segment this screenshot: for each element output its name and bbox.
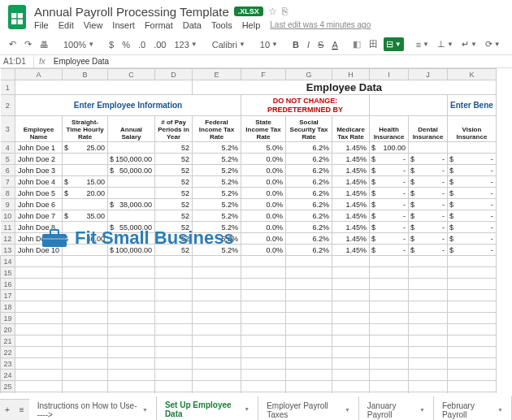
data-cell[interactable]: 15.00: [63, 176, 108, 188]
decimal-inc-button[interactable]: .00: [151, 38, 168, 51]
column-header[interactable]: Annual Salary: [108, 116, 155, 142]
data-cell[interactable]: 6.2%: [286, 199, 332, 210]
empty-cell[interactable]: [448, 279, 497, 290]
doc-title[interactable]: Annual Payroll Processing Template: [34, 5, 229, 19]
column-header[interactable]: Medicare Tax Rate: [332, 116, 370, 142]
data-cell[interactable]: [370, 188, 409, 199]
row-header[interactable]: 15: [1, 267, 15, 279]
col-header-D[interactable]: D: [155, 69, 193, 80]
spreadsheet-grid[interactable]: ABCDEFGHIJK1Employee Data2Enter Employee…: [0, 68, 512, 393]
col-header-H[interactable]: H: [332, 69, 370, 80]
data-cell[interactable]: 5.2%: [193, 154, 241, 165]
col-header-E[interactable]: E: [193, 69, 241, 80]
data-cell[interactable]: 52: [155, 210, 193, 222]
empty-cell[interactable]: [241, 392, 286, 394]
row-header[interactable]: 7: [1, 176, 15, 188]
data-cell[interactable]: [448, 165, 497, 176]
empty-cell[interactable]: [332, 256, 370, 267]
empty-cell[interactable]: [409, 313, 448, 324]
empty-cell[interactable]: [409, 358, 448, 370]
column-header[interactable]: State Income Tax Rate: [241, 116, 286, 142]
data-cell[interactable]: [63, 154, 108, 165]
empty-cell[interactable]: [409, 267, 448, 279]
data-cell[interactable]: [370, 233, 409, 245]
data-cell[interactable]: 6.2%: [286, 245, 332, 256]
data-cell[interactable]: [409, 222, 448, 233]
zoom-select[interactable]: 100%▼: [61, 38, 97, 51]
data-cell[interactable]: [108, 176, 155, 188]
decimal-dec-button[interactable]: .0: [136, 38, 148, 51]
data-cell[interactable]: [409, 210, 448, 222]
data-cell[interactable]: John Doe 4: [15, 176, 63, 188]
data-cell[interactable]: 1.45%: [332, 142, 370, 154]
data-cell[interactable]: John Doe 10: [15, 245, 63, 256]
empty-cell[interactable]: [332, 267, 370, 279]
empty-cell[interactable]: [409, 347, 448, 358]
column-header[interactable]: Dental Insurance: [409, 116, 448, 142]
empty-cell[interactable]: [286, 370, 332, 381]
empty-cell[interactable]: [241, 290, 286, 301]
empty-cell[interactable]: [63, 370, 108, 381]
row-header[interactable]: 8: [1, 188, 15, 199]
empty-cell[interactable]: [193, 279, 241, 290]
empty-cell[interactable]: [448, 370, 497, 381]
empty-cell[interactable]: [241, 301, 286, 313]
data-cell[interactable]: 20.00: [63, 188, 108, 199]
data-cell[interactable]: [370, 245, 409, 256]
empty-cell[interactable]: [241, 324, 286, 336]
empty-cell[interactable]: [286, 324, 332, 336]
last-edit-link[interactable]: Last edit was 4 minutes ago: [270, 20, 371, 29]
data-cell[interactable]: [370, 199, 409, 210]
col-header-K[interactable]: K: [448, 69, 497, 80]
data-cell[interactable]: [448, 176, 497, 188]
empty-cell[interactable]: [155, 381, 193, 392]
font-size-select[interactable]: 10▼: [258, 38, 280, 51]
row-header[interactable]: 4: [1, 142, 15, 154]
empty-cell[interactable]: [108, 267, 155, 279]
row-header[interactable]: 22: [1, 347, 15, 358]
data-cell[interactable]: [108, 188, 155, 199]
sheet-tab[interactable]: January Payroll▼: [359, 396, 434, 421]
empty-cell[interactable]: [448, 358, 497, 370]
data-cell[interactable]: 50,000.00: [108, 165, 155, 176]
row-header[interactable]: 9: [1, 199, 15, 210]
empty-cell[interactable]: [63, 381, 108, 392]
row-header[interactable]: 24: [1, 370, 15, 381]
data-cell[interactable]: [370, 222, 409, 233]
empty-cell[interactable]: [108, 370, 155, 381]
empty-cell[interactable]: [409, 279, 448, 290]
data-cell[interactable]: 5.2%: [193, 176, 241, 188]
column-header[interactable]: Health Insurance: [370, 116, 409, 142]
data-cell[interactable]: 0.0%: [241, 245, 286, 256]
empty-cell[interactable]: [193, 324, 241, 336]
empty-cell[interactable]: [409, 370, 448, 381]
empty-cell[interactable]: [155, 267, 193, 279]
row-header[interactable]: 1: [1, 80, 15, 95]
strike-button[interactable]: S: [315, 38, 326, 51]
data-cell[interactable]: 6.2%: [286, 210, 332, 222]
empty-cell[interactable]: [193, 267, 241, 279]
sheet-tab[interactable]: Instructions on How to Use----->▼: [29, 396, 157, 421]
data-cell[interactable]: 52: [155, 188, 193, 199]
empty-cell[interactable]: [332, 358, 370, 370]
menu-help[interactable]: Help: [242, 20, 261, 30]
data-cell[interactable]: 25.00: [63, 142, 108, 154]
empty-cell[interactable]: [448, 347, 497, 358]
empty-cell[interactable]: [155, 392, 193, 394]
empty-cell[interactable]: [155, 313, 193, 324]
warning-cell[interactable]: DO NOT CHANGE:PREDETERMINED BY: [241, 95, 370, 116]
print-button[interactable]: 🖶: [37, 38, 51, 51]
formula-bar[interactable]: Employee Data: [50, 55, 112, 67]
empty-cell[interactable]: [108, 290, 155, 301]
empty-cell[interactable]: [193, 313, 241, 324]
row-header[interactable]: 19: [1, 313, 15, 324]
empty-cell[interactable]: [370, 290, 409, 301]
empty-cell[interactable]: [448, 290, 497, 301]
data-cell[interactable]: [370, 176, 409, 188]
data-cell[interactable]: [409, 245, 448, 256]
data-cell[interactable]: 0.0%: [241, 210, 286, 222]
row-header[interactable]: 23: [1, 358, 15, 370]
empty-cell[interactable]: [15, 336, 63, 347]
column-header[interactable]: Vision Insurance: [448, 116, 497, 142]
rotate-button[interactable]: ⟳▼: [483, 37, 503, 51]
